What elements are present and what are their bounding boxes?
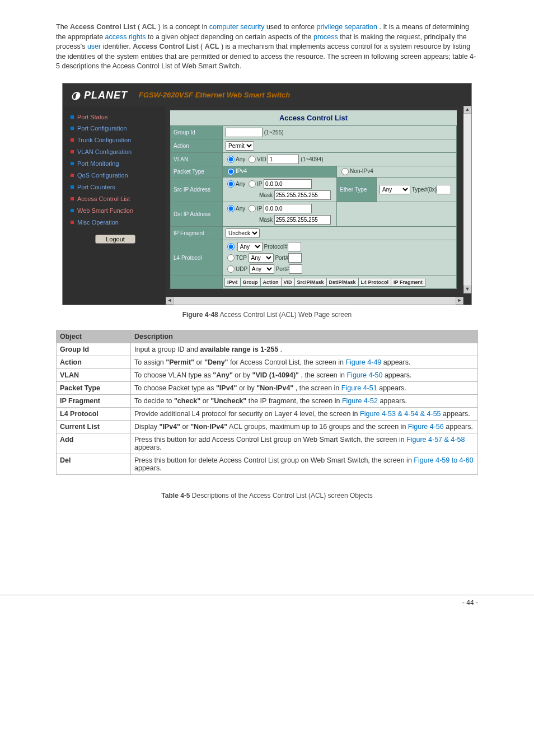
label-action: Action (171, 139, 223, 152)
figure-link[interactable]: Figure 4-57 & 4-58 (406, 436, 465, 444)
nav-label: Trunk Configuration (77, 137, 131, 143)
radio-label: TCP (236, 255, 247, 261)
scroll-right-icon[interactable]: ► (456, 297, 463, 305)
obj-cell: L4 Protocol (57, 407, 131, 420)
l4-udp-radio[interactable] (227, 265, 235, 273)
figure-link[interactable]: Figure 4-52 (342, 397, 378, 405)
l4-udp-select[interactable]: Any (249, 264, 274, 274)
ip-fragment-select[interactable]: Uncheck (226, 228, 260, 238)
link-user[interactable]: user (87, 43, 101, 50)
nav-port-status[interactable]: Port Status (71, 111, 160, 123)
ether-type-select[interactable]: Any (380, 185, 410, 194)
figure-link[interactable]: Figure 4-50 (346, 371, 382, 379)
text: appears. (446, 423, 473, 431)
dst-ip-input[interactable] (264, 204, 312, 213)
text: , the screen in (296, 384, 341, 392)
text: The (56, 23, 70, 31)
nav-label: VLAN Configuration (77, 148, 132, 155)
link-computer-security[interactable]: computer security (209, 23, 265, 31)
text: , the screen in (301, 371, 346, 379)
vlan-vid-radio[interactable] (249, 156, 256, 163)
nav-misc[interactable]: Misc Operation (71, 217, 160, 228)
nav-web-smart[interactable]: Web Smart Function (71, 205, 160, 217)
acl-screenshot: ◑ PLANET FGSW-2620VSF Ethernet Web Smart… (62, 83, 472, 305)
mask-label: Mask (259, 192, 273, 198)
panel-title: Access Control List (170, 110, 457, 125)
src-ip-input[interactable] (264, 179, 312, 189)
logout-button[interactable]: Logout (95, 235, 135, 244)
protocol-hint: Protocol# (264, 244, 288, 250)
screenshot-header: ◑ PLANET FGSW-2620VSF Ethernet Web Smart… (63, 83, 471, 106)
l4-any-radio[interactable] (227, 243, 235, 250)
group-id-input[interactable] (226, 128, 263, 137)
text: To assign (134, 358, 166, 366)
nav-vlan-config[interactable]: VLAN Configuration (71, 146, 160, 158)
text: . (280, 346, 282, 353)
text: appears. (134, 464, 162, 472)
src-mask-input[interactable] (274, 190, 331, 200)
l4-tcp-radio[interactable] (227, 254, 235, 262)
nav-acl[interactable]: Access Control List (71, 193, 160, 205)
text: or (203, 397, 211, 405)
ether-hint: Type#(0x) (412, 186, 437, 193)
figure-link[interactable]: Figure 4-53 & 4-54 & 4-55 (360, 410, 441, 418)
dst-mask-input[interactable] (274, 215, 331, 225)
scroll-up-icon[interactable]: ▲ (463, 106, 471, 114)
nav-label: QoS Configuration (77, 172, 128, 179)
link-process[interactable]: process (313, 33, 338, 41)
ipv4-radio[interactable] (227, 168, 235, 175)
figure-link[interactable]: Figure 4-51 (341, 384, 377, 392)
nav-label: Port Status (77, 114, 107, 120)
nav-label: Port Configuration (77, 125, 127, 132)
scrollbar-horizontal[interactable]: ◄ ► (166, 297, 463, 305)
vlan-any-radio[interactable] (227, 156, 235, 163)
non-ipv4-radio[interactable] (341, 168, 349, 175)
action-select[interactable]: Permit (226, 141, 254, 151)
scrollbar-vertical[interactable]: ▲ ▼ (463, 106, 471, 293)
text: or by (235, 371, 252, 379)
text: ( (200, 43, 203, 50)
figure-link[interactable]: Figure 4-59 to 4-60 (414, 456, 473, 464)
nav-port-counters[interactable]: Port Counters (71, 181, 160, 193)
figure-link[interactable]: Figure 4-49 (345, 358, 381, 366)
label-src-ip: Src IP Address (171, 177, 223, 202)
src-any-radio[interactable] (227, 180, 235, 188)
nav-port-config[interactable]: Port Configuration (71, 123, 160, 134)
col: Action (260, 278, 281, 286)
link-access-rights[interactable]: access rights (105, 33, 146, 41)
l4-protocol-input[interactable] (288, 242, 301, 251)
text: appears. (134, 444, 162, 451)
obj-cell: Del (57, 454, 131, 474)
text: for Access Control List, the screen in (230, 358, 345, 366)
bold-text: ACL (142, 23, 157, 31)
scroll-down-icon[interactable]: ▼ (463, 286, 471, 293)
table-row: Packet Type To choose Packet type as "IP… (57, 381, 478, 394)
nav-port-monitoring[interactable]: Port Monitoring (71, 158, 160, 170)
product-title: FGSW-2620VSF Ethernet Web Smart Switch (139, 91, 290, 99)
l4-udp-port-input[interactable] (289, 264, 302, 274)
figure-link[interactable]: Figure 4-56 (408, 423, 444, 431)
nav-label: Port Monitoring (77, 160, 119, 167)
text: or (182, 423, 191, 431)
link-privilege-separation[interactable]: privilege separation (317, 23, 377, 31)
text: appears. (383, 358, 411, 366)
l4-any-select[interactable]: Any (237, 242, 263, 251)
ether-type-input[interactable] (437, 185, 451, 194)
table-row: Action To assign "Permit" or "Deny" for … (57, 356, 478, 368)
label-dst-ip: Dst IP Address (171, 202, 223, 226)
l4-tcp-port-input[interactable] (288, 253, 302, 263)
scroll-left-icon[interactable]: ◄ (166, 297, 174, 305)
l4-tcp-select[interactable]: Any (249, 253, 274, 263)
obj-cell: Packet Type (57, 381, 131, 394)
nav-trunk-config[interactable]: Trunk Configuration (71, 134, 160, 146)
bold-text: Access Control List (133, 43, 198, 50)
table-row: IP Fragment To decide to "check" or "Unc… (57, 394, 478, 407)
dst-any-radio[interactable] (227, 205, 235, 212)
text: Press this button for delete Access Cont… (134, 456, 414, 464)
col: L4 Protocol (358, 278, 391, 286)
nav-qos-config[interactable]: QoS Configuration (71, 170, 160, 181)
vlan-vid-input[interactable] (268, 155, 299, 164)
dst-ip-radio[interactable] (249, 205, 256, 212)
src-ip-radio[interactable] (249, 180, 256, 188)
nav-label: Port Counters (77, 184, 115, 190)
